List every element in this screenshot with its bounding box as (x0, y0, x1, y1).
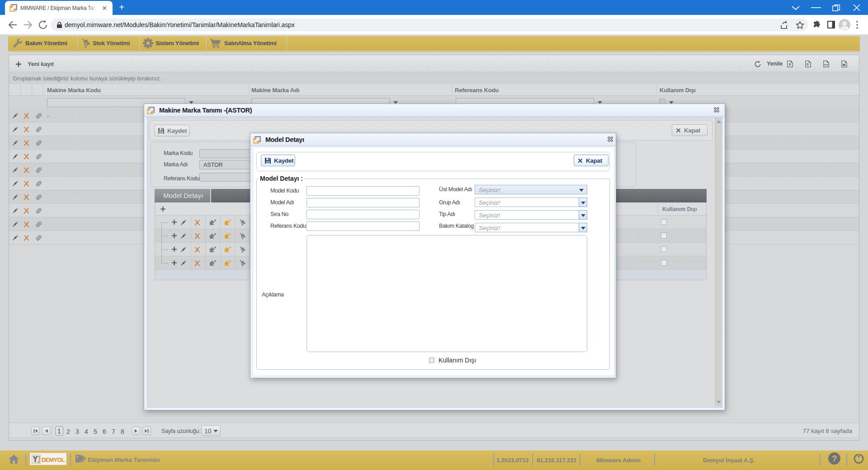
svg-text:X: X (789, 62, 791, 66)
svg-text:csv: csv (824, 63, 828, 66)
svg-text:W: W (842, 63, 845, 67)
